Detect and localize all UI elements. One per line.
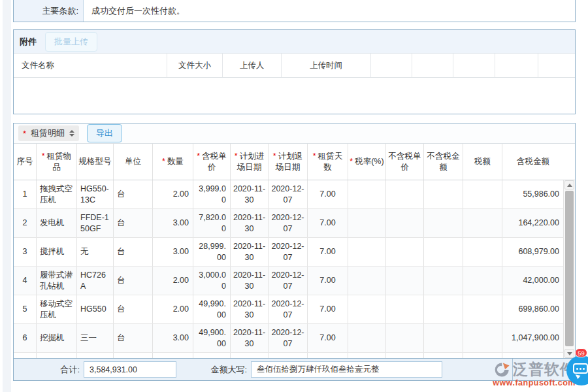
rental-table-header: 序号*租赁物品规格型号单位*数量*含税单价*计划进场日期*计划退场日期*租赁天数…	[14, 143, 575, 180]
table-cell: 7.00	[308, 209, 348, 237]
clipped-row	[14, 353, 575, 358]
rental-title: 租赁明细	[31, 127, 65, 139]
table-cell: 移动式空压机	[37, 295, 77, 323]
clipped-cell	[308, 353, 348, 358]
rental-column-header: 序号	[14, 144, 37, 180]
table-cell	[424, 267, 463, 295]
rental-column-header: 单位	[114, 144, 153, 180]
rental-section-toggle[interactable]: *租赁明细	[18, 125, 79, 141]
required-marker: *	[197, 152, 200, 161]
table-cell: 台	[114, 295, 153, 323]
table-cell: 4	[14, 267, 37, 295]
table-cell: 2020-12-07	[269, 295, 308, 323]
file-column-header: 文件大小	[167, 54, 223, 77]
table-cell	[463, 267, 502, 295]
table-cell	[348, 238, 386, 266]
table-cell: 台	[114, 238, 153, 266]
table-cell: 无	[77, 238, 114, 266]
file-column-header	[495, 54, 538, 77]
table-cell	[348, 180, 386, 208]
table-cell: 台	[114, 209, 153, 237]
table-cell: 7.00	[308, 238, 348, 266]
required-marker: *	[273, 152, 276, 161]
table-cell: 2020-12-07	[269, 238, 308, 266]
table-cell	[424, 180, 463, 208]
scrollbar-up-icon[interactable]	[564, 180, 574, 189]
table-cell: 履带式潜孔钻机	[37, 267, 77, 295]
table-cell: 2020-12-07	[269, 267, 308, 295]
rental-titlebar: *租赁明细 导出	[14, 123, 575, 143]
table-cell: 7.00	[308, 295, 348, 323]
terms-row: 主要条款: 成功交付后一次性付款。	[13, 0, 576, 22]
table-cell: 台	[114, 324, 153, 352]
clipped-cell	[153, 353, 193, 358]
table-cell: 3	[14, 238, 37, 266]
table-cell	[348, 267, 386, 295]
table-cell: 台	[114, 267, 153, 295]
attachments-panel: 附件 批量上传 文件名称文件大小上传人上传时间	[13, 29, 576, 114]
rental-column-header: 不含税单价	[386, 144, 424, 180]
clipped-cell	[348, 353, 386, 358]
table-cell: 2020-11-30	[231, 238, 269, 266]
table-cell	[386, 324, 424, 352]
rental-details-panel: *租赁明细 导出 序号*租赁物品规格型号单位*数量*含税单价*计划进场日期*计划…	[13, 123, 576, 381]
table-cell	[424, 238, 463, 266]
rental-column-header: *含税单价	[193, 144, 231, 180]
table-row: 3搅拌机无台3.0028,999.002020-11-302020-12-077…	[14, 238, 575, 267]
required-marker: *	[313, 152, 316, 161]
table-cell	[463, 180, 502, 208]
chat-widget-button[interactable]: 59	[566, 355, 588, 385]
file-column-header	[453, 54, 495, 77]
clipped-cell	[231, 353, 269, 358]
table-cell	[463, 295, 502, 323]
table-scrollbar[interactable]	[563, 180, 575, 358]
chat-bubble-icon	[573, 363, 588, 374]
clipped-cell	[14, 353, 37, 358]
rental-column-header: *租赁物品	[37, 144, 77, 180]
file-column-header	[412, 54, 453, 77]
table-cell	[463, 324, 502, 352]
amount-in-words-value: 叁佰伍拾捌万肆仟玖佰叁拾壹元整	[251, 361, 442, 378]
clipped-cell	[114, 353, 153, 358]
required-marker: *	[42, 152, 45, 161]
required-marker: *	[235, 152, 238, 161]
file-column-header	[371, 54, 412, 77]
rental-column-header: 规格型号	[77, 144, 114, 180]
table-cell: 发电机	[37, 209, 77, 237]
table-row: 6挖掘机三一台3.0049,900.002020-11-302020-12-07…	[14, 324, 575, 353]
table-cell: 49,990.00	[193, 295, 231, 323]
table-cell: 2020-12-07	[269, 324, 308, 352]
table-cell	[386, 238, 424, 266]
total-label: 合计:	[14, 359, 84, 380]
table-cell: 6	[14, 324, 37, 352]
table-cell	[386, 295, 424, 323]
table-cell: 搅拌机	[37, 238, 77, 266]
table-cell: 拖拽式空压机	[37, 180, 77, 208]
table-cell: 7.00	[308, 324, 348, 352]
table-cell: 2.00	[153, 180, 193, 208]
export-button[interactable]: 导出	[87, 124, 122, 142]
scrollbar-thumb[interactable]	[565, 191, 574, 346]
table-cell: FFDE-150GF	[77, 209, 114, 237]
table-cell	[386, 209, 424, 237]
table-cell: 三一	[77, 324, 114, 352]
table-cell	[386, 267, 424, 295]
table-cell: 2020-11-30	[231, 180, 269, 208]
clipped-cell	[193, 353, 231, 358]
table-cell: 2020-11-30	[231, 295, 269, 323]
table-cell: HC726A	[77, 267, 114, 295]
table-cell	[463, 209, 502, 237]
table-cell: 2	[14, 209, 37, 237]
file-table-header: 文件名称文件大小上传人上传时间	[14, 53, 575, 78]
left-gutter	[3, 0, 11, 392]
batch-upload-button[interactable]: 批量上传	[45, 32, 97, 52]
chat-badge: 59	[575, 348, 587, 357]
table-cell: 挖掘机	[37, 324, 77, 352]
table-cell: 3,999.00	[193, 180, 231, 208]
file-table-body-empty	[14, 78, 575, 114]
rental-footer: 合计: 3,584,931.00 金额大写: 叁佰伍拾捌万肆仟玖佰叁拾壹元整	[14, 358, 575, 380]
table-cell	[348, 209, 386, 237]
table-cell	[348, 324, 386, 352]
required-marker: *	[162, 157, 165, 166]
table-cell: 台	[114, 180, 153, 208]
